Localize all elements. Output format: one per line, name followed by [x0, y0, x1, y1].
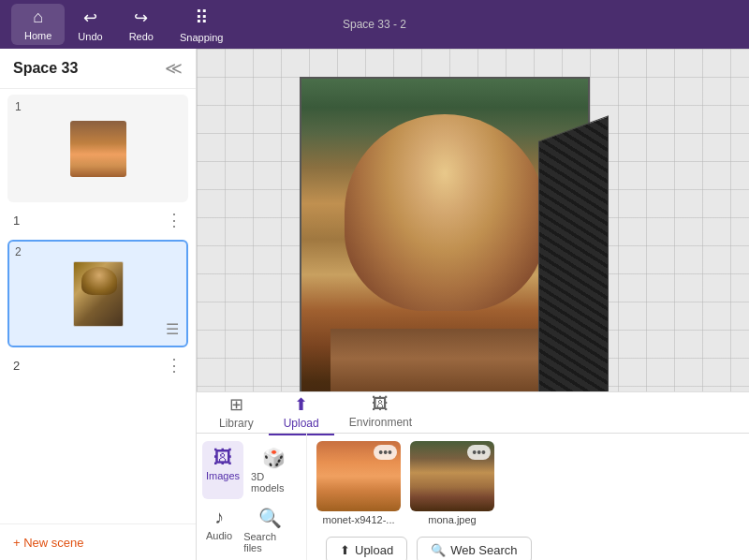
monet-thumbnail[interactable]: ••• — [316, 441, 401, 511]
sidebar-collapse-button[interactable]: ≪ — [165, 58, 183, 79]
3dmodels-icon: 🎲 — [262, 447, 286, 469]
mona-thumbnail[interactable]: ••• — [410, 441, 494, 511]
undo-button[interactable]: ↩ Undo — [65, 4, 115, 46]
scene-label-1: 1 — [13, 214, 20, 228]
mona-filename: mona.jpeg — [410, 514, 494, 525]
filter-3dmodels[interactable]: 🎲 3D models — [247, 441, 301, 499]
scene-menu-1[interactable]: ⋮ — [166, 210, 183, 230]
monet-filename: monet-x9412-... — [316, 514, 401, 525]
panel-tabs: ⊞ Library ⬆ Upload 🖼 Environment — [197, 392, 749, 434]
tab-upload[interactable]: ⬆ Upload — [269, 391, 334, 435]
upload-tab-icon: ⬆ — [294, 394, 308, 415]
redo-icon: ↪ — [134, 7, 148, 28]
media-grid: ••• monet-x9412-... ••• mona.jpeg — [307, 434, 749, 560]
scene-num-2: 2 — [15, 245, 22, 258]
upload-button[interactable]: ⬆ Upload — [326, 537, 407, 560]
media-items-row: ••• monet-x9412-... ••• mona.jpeg — [316, 441, 740, 525]
list-icon: ☰ — [166, 320, 179, 338]
panel-content: 🖼 Images 🎲 3D models ♪ Audio — [197, 434, 749, 560]
scene-thumbnail-1 — [70, 121, 126, 177]
bottom-panel: ⊞ Library ⬆ Upload 🖼 Environment — [197, 391, 749, 560]
filter-column: 🖼 Images 🎲 3D models ♪ Audio — [197, 434, 307, 560]
home-button[interactable]: ⌂ Home — [11, 4, 65, 45]
web-search-icon: 🔍 — [431, 543, 446, 557]
filter-search-files[interactable]: 🔍 Search files — [240, 501, 301, 559]
media-item-monet: ••• monet-x9412-... — [316, 441, 401, 525]
filter-row-2: ♪ Audio 🔍 Search files — [202, 501, 301, 559]
panel-actions: ⬆ Upload 🔍 🔍 Web Search Web Search — [316, 531, 740, 560]
new-scene-button[interactable]: + New scene — [13, 536, 84, 550]
topbar-title: Space 33 - 2 — [343, 18, 406, 31]
scene-label-row-1: 1 ⋮ — [0, 208, 196, 234]
tab-environment[interactable]: 🖼 Environment — [334, 391, 427, 435]
scene-num-1: 1 — [15, 100, 22, 113]
mona-menu-button[interactable]: ••• — [467, 445, 491, 460]
sidebar-footer: + New scene — [0, 523, 196, 560]
snapping-button[interactable]: ⠿ Snapping — [167, 3, 237, 47]
scene-card-1[interactable]: 1 — [7, 95, 188, 202]
tab-library[interactable]: ⊞ Library — [204, 391, 269, 435]
filter-audio[interactable]: ♪ Audio — [202, 501, 236, 559]
redo-button[interactable]: ↪ Redo — [116, 4, 167, 46]
scene-menu-2[interactable]: ⋮ — [166, 355, 183, 376]
scene-label-2: 2 — [13, 359, 20, 373]
filter-images[interactable]: 🖼 Images — [202, 441, 243, 499]
scene-card-2[interactable]: 2 ☰ — [7, 240, 188, 347]
main-layout: Space 33 ≪ 1 1 ⋮ 2 ☰ 2 ⋮ — [0, 49, 749, 560]
search-files-icon: 🔍 — [258, 507, 282, 529]
topbar: ⌂ Home ↩ Undo ↪ Redo ⠿ Snapping Space 33… — [0, 0, 749, 49]
environment-icon: 🖼 — [372, 394, 389, 414]
sidebar-header: Space 33 ≪ — [0, 49, 196, 89]
audio-icon: ♪ — [214, 507, 224, 528]
sidebar: Space 33 ≪ 1 1 ⋮ 2 ☰ 2 ⋮ — [0, 49, 197, 560]
library-icon: ⊞ — [229, 394, 243, 415]
monet-menu-button[interactable]: ••• — [374, 445, 397, 460]
home-icon: ⌂ — [33, 7, 43, 27]
viewport[interactable]: ⊞ Library ⬆ Upload 🖼 Environment — [197, 49, 749, 560]
filter-row-1: 🖼 Images 🎲 3D models — [202, 441, 301, 499]
media-item-mona: ••• mona.jpeg — [410, 441, 494, 525]
undo-icon: ↩ — [83, 7, 97, 28]
sidebar-title: Space 33 — [13, 60, 78, 77]
images-icon: 🖼 — [213, 447, 232, 468]
scene-label-row-2: 2 ⋮ — [0, 353, 196, 379]
snapping-icon: ⠿ — [195, 7, 209, 29]
upload-icon: ⬆ — [340, 543, 350, 557]
scene-thumbnail-2 — [73, 261, 124, 327]
web-search-button[interactable]: 🔍 🔍 Web Search Web Search — [417, 537, 531, 560]
